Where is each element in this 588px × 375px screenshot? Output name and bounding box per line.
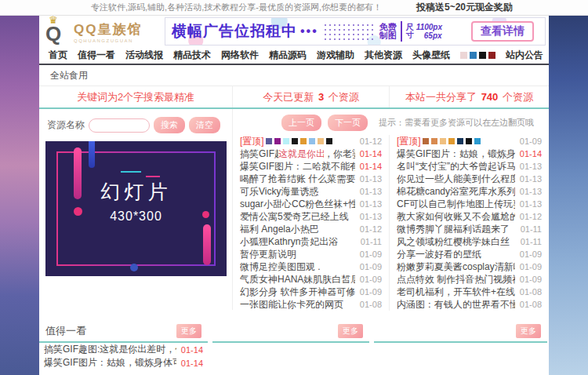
list-item[interactable]: 棉花糖candy浴室死库水系列01-13 bbox=[390, 185, 549, 198]
list-item-date: 01-14 bbox=[360, 162, 382, 171]
decor-bar bbox=[203, 224, 211, 265]
list-item-date: 01-11 bbox=[521, 237, 542, 246]
list-item-title: 分享一波好看的壁纸 bbox=[397, 248, 481, 261]
updated-post: 个资源 bbox=[328, 91, 359, 103]
logo-text: QQ皇族馆 QQHUANGZUGUAN bbox=[74, 20, 142, 43]
next-page-button[interactable]: 下一页 bbox=[328, 115, 368, 131]
list-item[interactable]: 暂停更新说明01-09 bbox=[233, 248, 389, 260]
nav-item-7[interactable]: 其他资源 bbox=[365, 49, 402, 62]
list-item-title: CF可以自己制作地图上传玩耍了 bbox=[397, 198, 515, 211]
list-item-date: 01-13 bbox=[520, 199, 542, 209]
list-item[interactable]: 一张图能让你卡死的网页01-08 bbox=[233, 298, 389, 311]
list-item[interactable]: 风之领域粉红樱桃学妹白丝01-11 bbox=[390, 235, 549, 248]
bottom-list: 搞笑GIF趣图:这就是你出差时，你老婆在家的01-14爆笑GIF图片：姑娘，锻炼… bbox=[39, 343, 208, 370]
banner-size-width: 1100px bbox=[416, 23, 442, 31]
list-item[interactable]: 爆笑GIF图片：姑娘，锻炼身体可以，能不能线01-14 bbox=[39, 356, 208, 370]
list-item[interactable]: 搞笑GIF趣图:这就是你出差时，你老婆...01-14 bbox=[233, 147, 389, 160]
nav-item-4[interactable]: 网络软件 bbox=[221, 49, 259, 62]
slideshow-banner[interactable]: 幻灯片 430*300 bbox=[45, 141, 227, 276]
list-item-title: 爆笑GIF图片：二哈就不能有少女心？ bbox=[240, 160, 355, 173]
nav-item-2[interactable]: 活动线报 bbox=[125, 49, 163, 62]
thumb-square-icon bbox=[300, 138, 307, 144]
list-item-title: 幻影分身 软件多开神器可修改定位 bbox=[240, 286, 355, 299]
submit-reward-link[interactable]: 投稿送5~20元现金奖励 bbox=[416, 0, 513, 15]
updated-count: 3 bbox=[317, 91, 325, 103]
logo-q-letter: Q bbox=[45, 22, 61, 46]
list-item[interactable]: 点点特效 制作抖音热门视频神器01-09 bbox=[390, 273, 549, 286]
nav-item-6[interactable]: 游戏辅助 bbox=[317, 49, 354, 62]
dotted-pattern bbox=[323, 23, 375, 40]
main-nav: 首页值得一看活动线报精品技术网络软件精品源码游戏辅助其他资源头像壁纸 站内公告 bbox=[39, 47, 549, 65]
list-item[interactable]: 爱情公寓5爱奇艺已经上线01-13 bbox=[233, 210, 389, 223]
more-button[interactable]: 更多 bbox=[176, 324, 201, 338]
list-item[interactable]: 微博足控美图围观 .01-09 bbox=[233, 260, 389, 273]
list-item-title: 一张图能让你卡死的网页 bbox=[240, 298, 343, 311]
list-item[interactable]: 名叫“支付宝”的大爷曾起诉马云，现...01-13 bbox=[390, 160, 549, 173]
more-button[interactable]: 更多 bbox=[516, 324, 541, 338]
list-item-date: 01-11 bbox=[361, 237, 382, 246]
list-item[interactable]: 小狐狸Kathryn贵妃出浴01-11 bbox=[233, 235, 389, 248]
nav-item-3[interactable]: 精品技术 bbox=[173, 49, 211, 62]
page-content: ♛ Q QQ皇族馆 QQHUANGZUGUAN 横幅广告位招租中 ••• 免费 … bbox=[39, 16, 549, 375]
list-item[interactable]: 幻影分身 软件多开神器可修改定位01-09 bbox=[233, 286, 389, 298]
nav-item-5[interactable]: 精品源码 bbox=[269, 49, 307, 62]
resource-lists: [置顶]01-12搞笑GIF趣图:这就是你出差时，你老婆...01-14爆笑GI… bbox=[233, 135, 549, 311]
list-item[interactable]: 可乐Vicky海量诱惑01-13 bbox=[233, 185, 389, 198]
list-item[interactable]: CF可以自己制作地图上传玩耍了01-13 bbox=[390, 198, 549, 210]
list-item-date: 01-12 bbox=[520, 212, 542, 221]
list-item[interactable]: 教大家如何收账又不会尴尬的套路01-12 bbox=[390, 210, 549, 223]
list-item[interactable]: 爆笑GIF图片：二哈就不能有少女心？01-14 bbox=[233, 160, 389, 173]
list-item[interactable]: 微博秀脚丫腿福利话题来了01-11 bbox=[390, 223, 549, 235]
pinned-tag: [置顶] bbox=[240, 135, 264, 148]
updated-pre: 今天已更新 bbox=[263, 91, 314, 103]
list-item[interactable]: 粉嫩萝莉夏美酱cosplay清新唯美户外...01-09 bbox=[390, 260, 549, 273]
decor-dot bbox=[130, 264, 138, 271]
nav-color-squares bbox=[460, 52, 495, 59]
site-logo[interactable]: ♛ Q QQ皇族馆 QQHUANGZUGUAN bbox=[42, 17, 160, 46]
list-item[interactable]: 你见过一些人能美到什么程度？01-13 bbox=[390, 173, 549, 185]
banner-detail-button[interactable]: 查看详情 bbox=[471, 21, 534, 42]
list-item[interactable]: sugar小甜心CC粉色丝袜+性感内衣01-13 bbox=[233, 198, 389, 210]
list-item[interactable]: 喝醉了抢着结账 什么菜需要15万01-13 bbox=[233, 173, 389, 185]
nav-item-notice[interactable]: 站内公告 bbox=[506, 49, 543, 62]
nav-item-8[interactable]: 头像壁纸 bbox=[412, 49, 450, 62]
resource-area: 上一页 下一页 提示：需要看更多资源可以在左边翻页哦 [置顶]01-12搞笑GI… bbox=[233, 109, 549, 310]
list-item-title: 内涵图：有钱人的世界看不懂 bbox=[397, 298, 515, 311]
prev-page-button[interactable]: 上一页 bbox=[281, 115, 321, 131]
list-item[interactable]: [置顶]01-09 bbox=[390, 135, 549, 147]
decor-bar bbox=[89, 141, 95, 168]
bottom-column-worth-a-look: 值得一看 更多 搞笑GIF趣图:这就是你出差时，你老婆在家的01-14爆笑GIF… bbox=[39, 320, 208, 370]
list-item[interactable]: 爆笑GIF图片：姑娘，锻炼身体可以，...01-14 bbox=[390, 147, 549, 160]
list-item[interactable]: 气质女神HANA妹肌肤白皙居家撩人性...01-09 bbox=[233, 273, 389, 286]
list-item-date: 01-08 bbox=[520, 287, 542, 297]
list-item[interactable]: [置顶]01-12 bbox=[233, 135, 389, 147]
banner-free-line2: 制图 bbox=[379, 31, 397, 40]
total-shared-title: 本站一共分享了 740 个资源 bbox=[390, 86, 549, 107]
main-row: 资源名称 搜索 清空 幻灯片 430*300 bbox=[39, 109, 549, 310]
nav-square-icon bbox=[470, 52, 477, 59]
list-item[interactable]: 老司机福利，开车软件+在线地址01-08 bbox=[390, 286, 549, 298]
thumb-square-icon bbox=[283, 138, 289, 144]
list-item-date: 01-09 bbox=[520, 249, 542, 259]
list-item-title: 微博足控美图围观 . bbox=[240, 260, 321, 274]
search-button[interactable]: 搜索 bbox=[154, 117, 185, 133]
nav-item-1[interactable]: 值得一看 bbox=[78, 49, 115, 62]
list-item[interactable]: 内涵图：有钱人的世界看不懂01-08 bbox=[390, 298, 549, 311]
pinned-tag: [置顶] bbox=[397, 135, 421, 148]
clear-button[interactable]: 清空 bbox=[189, 117, 220, 133]
list-item-title: 你见过一些人能美到什么程度？ bbox=[397, 173, 515, 186]
list-item[interactable]: 福利 Angela小热巴01-12 bbox=[233, 223, 389, 235]
slideshow-size: 430*300 bbox=[45, 209, 227, 224]
nav-square-icon bbox=[479, 52, 486, 59]
nav-item-0[interactable]: 首页 bbox=[49, 49, 67, 62]
list-item[interactable]: 分享一波好看的壁纸01-09 bbox=[390, 248, 549, 260]
ad-banner[interactable]: 横幅广告位招租中 ••• 免费 制图 尺 寸 1100px 65px 查看详情 bbox=[165, 17, 546, 46]
bottom-column-header: 更多 bbox=[374, 320, 547, 343]
list-item[interactable]: 搞笑GIF趣图:这就是你出差时，你老婆在家的01-14 bbox=[39, 343, 208, 356]
thumb-square-icon bbox=[423, 138, 429, 144]
more-button[interactable]: 更多 bbox=[338, 324, 363, 338]
list-item-title: 名叫“支付宝”的大爷曾起诉马云，现... bbox=[397, 160, 515, 173]
search-input[interactable] bbox=[89, 118, 150, 133]
list-item-date: 01-13 bbox=[360, 212, 382, 221]
banner-dots: ••• bbox=[300, 24, 318, 38]
